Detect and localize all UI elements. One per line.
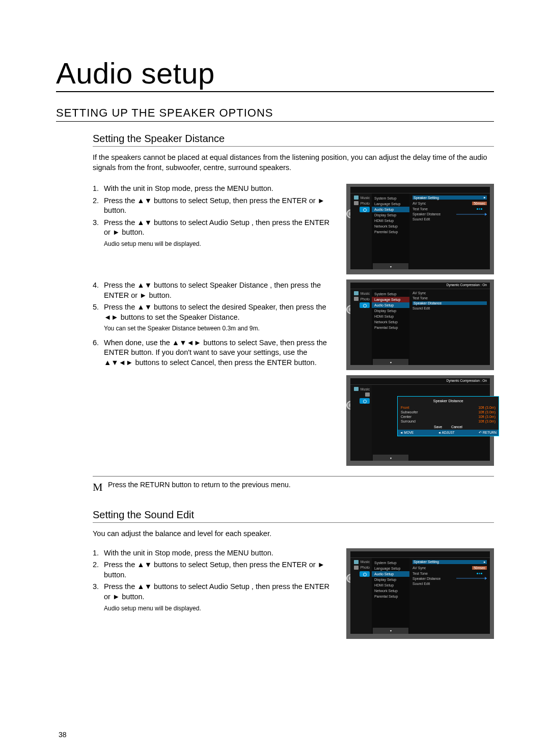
row-key: Surround [401,419,416,423]
menu-item-selected: Audio Setup [372,302,409,308]
step-number: 5. [93,302,104,322]
panel-title: Speaker Distance [401,399,496,403]
detail-label: AV Sync [413,202,426,205]
step-number: 2. [93,196,104,216]
label: Photo [361,297,370,301]
music-icon [354,387,359,391]
step-text: When done, use the ▲▼◄► buttons to selec… [104,338,335,368]
detail-label: Speaker Distance [413,212,441,216]
step-number: 3. [93,218,104,238]
step-note: You can set the Speaker Distance between… [104,324,335,332]
detail-label: Speaker Distance [413,577,441,580]
menu-item: HDMI Setup [372,582,409,588]
menu-item-selected: Audio Setup [372,571,409,577]
label: Music [361,387,370,391]
hint-move: MOVE [400,431,414,435]
menu-item: Language Setup [372,201,409,207]
menu-item: Network Setup [372,223,409,229]
menu-item: Network Setup [372,319,409,325]
osd-screenshot-speaker-distance-list: Dynamic Compression : On Music Photo Sys… [346,279,494,370]
setup-icon [360,398,370,404]
step-number: 2. [93,560,104,580]
hint-return: RETURN [479,431,497,435]
menu-item: System Setup [372,291,409,297]
detail-label: Sound Edit [413,217,430,221]
note-icon: M [93,481,106,494]
setup-icon [360,571,370,577]
step-number: 3. [93,582,104,602]
step-text: Press the ▲▼ buttons to select Setup, th… [104,560,335,580]
osd-screenshot-speaker-distance-panel: Dynamic Compression : On Music Speaker D… [346,375,494,466]
save-button: Save [434,425,442,429]
page-title: Audio setup [56,56,494,92]
menu-item: System Setup [372,560,409,566]
dyn-comp-label: Dynamic Compression : On [350,378,490,384]
steps-sound-edit: 1.With the unit in Stop mode, press the … [93,548,335,639]
av-sync-value: 50msec [472,566,487,570]
row-val: 10ft (3.0m) [478,406,496,409]
row-val: 10ft (3.0m) [478,415,496,418]
osd-footer: ▾ [373,455,408,461]
menu-item: Network Setup [372,588,409,594]
music-icon [354,291,359,295]
row-val: 10ft (3.0m) [478,410,496,414]
menu-item: Parental Setup [372,325,409,330]
setup-icon [360,302,370,308]
detail-label: Speaker Setting [414,560,439,564]
music-icon [354,195,359,200]
detail-label: Sound Edit [413,306,430,310]
menu-item-selected: Audio Setup [372,207,409,212]
return-note: Press the RETURN button to return to the… [108,481,291,489]
speaker-distance-panel: Speaker Distance Front10ft (3.0m) Subwoo… [397,396,499,436]
photo-icon [354,297,359,301]
steps-speaker-distance: 1.With the unit in Stop mode, press the … [93,184,335,466]
step-number: 4. [93,281,104,300]
detail-label: AV Sync [413,291,426,295]
menu-item: Language Setup [372,566,409,571]
intro-text: You can adjust the balance and level for… [93,529,494,539]
detail-label: Sound Edit [413,582,430,585]
page-number: 38 [59,731,67,739]
row-key: Front [401,406,409,409]
detail-label: Test Tone [413,296,428,300]
menu-item: Parental Setup [372,229,409,235]
step-text: Press the ▲▼ buttons to select Setup, th… [104,196,335,216]
setup-icon [360,207,370,212]
menu-item: System Setup [372,195,409,201]
row-key: Center [401,415,411,418]
photo-icon [354,201,359,205]
detail-label: Speaker Distance [414,301,442,305]
label: Music [361,292,370,295]
photo-icon [354,566,359,570]
osd-footer: ▾ [373,359,408,365]
music-icon [354,560,359,564]
osd-footer: ▾ [373,628,408,634]
step-text: Press the ▲▼ buttons to select Audio Set… [104,582,335,602]
step-note: Audio setup menu will be displayed. [104,604,335,612]
osd-footer: ▾ [373,263,408,269]
step-text: Press the ▲▼ buttons to select Audio Set… [104,218,335,238]
detail-label: AV Sync [413,566,426,570]
detail-label: Test Tone [413,572,428,575]
menu-item: Display Setup [372,308,409,314]
menu-item: Language Setup [372,297,409,302]
step-text: Press the ▲▼ buttons to select the desir… [104,302,335,322]
detail-label: Test Tone [413,207,428,211]
label: Photo [361,566,370,569]
menu-item: Display Setup [372,212,409,218]
step-number: 6. [93,338,104,368]
step-text: Press the ▲▼ buttons to select Speaker D… [104,281,335,300]
osd-screenshot-audio-setup-2: Music Photo System Setup Language Setup … [346,548,494,639]
label: Photo [361,202,370,205]
menu-item: HDMI Setup [372,218,409,223]
section-heading: SETTING UP THE SPEAKER OPTIONS [56,106,494,122]
dyn-comp-label: Dynamic Compression : On [350,283,490,288]
photo-icon [365,393,370,397]
subheading-sound-edit: Setting the Sound Edit [93,509,494,523]
hint-adjust: ADJUST [438,431,455,435]
subheading-speaker-distance: Setting the Speaker Distance [93,133,494,147]
row-key: Subwoofer [401,410,418,414]
step-note: Audio setup menu will be displayed. [104,240,335,248]
step-number: 1. [93,184,104,194]
detail-label: Speaker Setting [414,196,439,200]
